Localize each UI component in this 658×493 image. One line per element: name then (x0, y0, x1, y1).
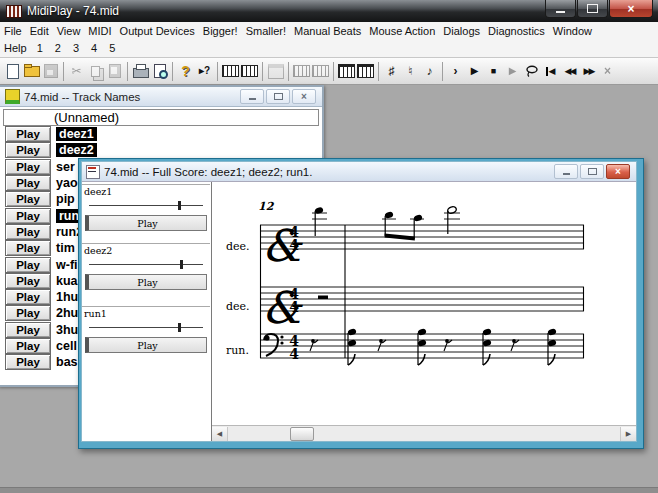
track-names-titlebar[interactable]: 74.mid -- Track Names × (0, 87, 322, 107)
sharp-button[interactable]: ♯ (382, 61, 401, 82)
copy-button[interactable] (86, 61, 105, 82)
menu-file[interactable]: File (0, 25, 26, 37)
lasso-button[interactable] (522, 61, 541, 82)
natural-button[interactable]: ♮ (401, 61, 420, 82)
context-help-button[interactable]: ▸? (195, 61, 214, 82)
slider-thumb[interactable] (180, 260, 183, 269)
play-track-button[interactable]: Play (5, 224, 51, 240)
horizontal-scrollbar[interactable]: ◀ ▶ (212, 425, 636, 441)
track-name[interactable]: 1hu (56, 290, 78, 304)
window-view-button[interactable] (266, 61, 285, 82)
menu-4[interactable]: 4 (85, 42, 103, 54)
full-score-titlebar[interactable]: 74.mid -- Full Score: deez1; deez2; run1… (82, 162, 636, 182)
eighth-note-button[interactable]: ♪ (420, 61, 439, 82)
advance-button[interactable]: › (446, 61, 465, 82)
play-track-button[interactable]: Play (5, 338, 51, 354)
slider-thumb[interactable] (178, 323, 181, 332)
play-track-button[interactable]: Play (5, 240, 51, 256)
scrollbar-thumb[interactable] (290, 427, 314, 441)
cut-button[interactable]: ✂ (67, 61, 86, 82)
play-button[interactable]: ▶ (465, 61, 484, 82)
slider-thumb[interactable] (178, 201, 181, 210)
menu-help[interactable]: Help (0, 42, 31, 54)
staff-keyboard-2-button[interactable] (356, 61, 375, 82)
menu-5[interactable]: 5 (103, 42, 121, 54)
track-name[interactable]: bas (56, 355, 78, 369)
play-selection-button[interactable]: ▶ (503, 61, 522, 82)
close-button[interactable]: × (609, 0, 653, 18)
close-view-button[interactable]: × (598, 61, 617, 82)
track-name[interactable]: 3hu (56, 323, 78, 337)
menu-3[interactable]: 3 (67, 42, 85, 54)
play-track-button[interactable]: Play (5, 175, 51, 191)
volume-slider[interactable] (89, 320, 203, 334)
track-name[interactable]: deez1 (56, 127, 97, 141)
menu-2[interactable]: 2 (49, 42, 67, 54)
menu-output-devices[interactable]: Output Devices (116, 25, 199, 37)
mixer-play-button[interactable]: Play (85, 215, 207, 231)
track-minimize-button[interactable] (240, 89, 264, 104)
play-track-button[interactable]: Play (5, 289, 51, 305)
track-name[interactable]: ser (56, 160, 75, 174)
track-name[interactable]: pip (56, 192, 75, 206)
open-file-button[interactable] (22, 61, 41, 82)
maximize-button[interactable] (577, 0, 608, 18)
score-maximize-button[interactable] (580, 164, 604, 179)
fast-forward-button[interactable]: ▶▶ (579, 61, 598, 82)
keyboard-view-1-button[interactable] (292, 61, 311, 82)
scroll-right-button[interactable]: ▶ (620, 427, 636, 441)
volume-slider[interactable] (89, 257, 203, 271)
score-close-button[interactable]: × (606, 164, 630, 179)
track-maximize-button[interactable] (266, 89, 290, 104)
go-to-start-button[interactable]: ◀ (541, 61, 560, 82)
track-name[interactable]: w-fi (56, 258, 78, 272)
track-name[interactable]: kua (56, 274, 78, 288)
stop-button[interactable]: ■ (484, 61, 503, 82)
mixer-play-button[interactable]: Play (85, 337, 207, 353)
menu-window[interactable]: Window (549, 25, 596, 37)
new-file-button[interactable] (3, 61, 22, 82)
mixer-play-button[interactable]: Play (85, 274, 207, 290)
score-canvas[interactable]: 12 (212, 182, 636, 441)
paste-button[interactable] (105, 61, 124, 82)
play-track-button[interactable]: Play (5, 305, 51, 321)
play-track-button[interactable]: Play (5, 257, 51, 273)
score-minimize-button[interactable] (554, 164, 578, 179)
keyboard-view-2-button[interactable] (311, 61, 330, 82)
menu-mouse-action[interactable]: Mouse Action (365, 25, 439, 37)
piano-keyboard-2-button[interactable] (240, 61, 259, 82)
scroll-left-button[interactable]: ◀ (212, 427, 228, 441)
track-close-button[interactable]: × (292, 89, 316, 104)
menu-view[interactable]: View (53, 25, 85, 37)
track-name[interactable]: tim (56, 241, 75, 255)
menu-dialogs[interactable]: Dialogs (439, 25, 484, 37)
menu-1[interactable]: 1 (31, 42, 49, 54)
minimize-button[interactable] (545, 0, 576, 18)
track-name[interactable]: cell (56, 339, 77, 353)
play-track-button[interactable]: Play (5, 354, 51, 370)
print-button[interactable] (131, 61, 150, 82)
play-track-button[interactable]: Play (5, 208, 51, 224)
menu-smaller[interactable]: Smaller! (242, 25, 290, 37)
menu-edit[interactable]: Edit (26, 25, 53, 37)
menu-diagnostics[interactable]: Diagnostics (484, 25, 549, 37)
piano-keyboard-1-button[interactable] (221, 61, 240, 82)
play-track-button[interactable]: Play (5, 159, 51, 175)
track-name[interactable]: yao (56, 176, 78, 190)
track-name[interactable]: deez2 (56, 143, 97, 157)
rewind-button[interactable]: ◀◀ (560, 61, 579, 82)
menu-midi[interactable]: MIDI (84, 25, 115, 37)
help-button[interactable]: ? (176, 61, 195, 82)
play-track-button[interactable]: Play (5, 273, 51, 289)
play-track-button[interactable]: Play (5, 322, 51, 338)
menu-bigger[interactable]: Bigger! (199, 25, 242, 37)
save-button[interactable] (41, 61, 60, 82)
staff-keyboard-1-button[interactable] (337, 61, 356, 82)
play-track-button[interactable]: Play (5, 126, 51, 142)
volume-slider[interactable] (89, 198, 203, 212)
play-track-button[interactable]: Play (5, 142, 51, 158)
track-name[interactable]: 2hu (56, 306, 78, 320)
menu-manual-beats[interactable]: Manual Beats (290, 25, 365, 37)
app-titlebar[interactable]: MidiPlay - 74.mid × (0, 0, 658, 22)
play-track-button[interactable]: Play (5, 191, 51, 207)
